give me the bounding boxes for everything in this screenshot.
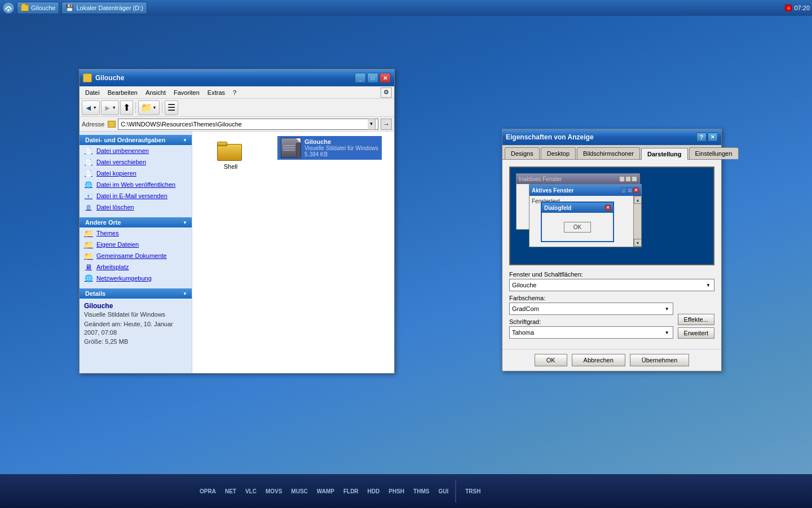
menu-extras[interactable]: Extras (204, 88, 228, 97)
color-select[interactable]: GradCom ▼ (509, 303, 673, 315)
taskbar-button-datentraeger[interactable]: 💾 Lokaler Datenträger (D:) (61, 2, 147, 14)
properties-close-button[interactable]: ✕ (708, 133, 718, 142)
preview-dialog-body: OK (542, 213, 613, 241)
tab-bildschirmschoner[interactable]: Bildschirmschoner (577, 147, 640, 159)
sidebar-item-rename[interactable]: 📄 Datei umbenennen (80, 145, 192, 156)
sidebar-item-move[interactable]: 📄 Datei verschieben (80, 156, 192, 168)
address-input[interactable]: C:\WINDOWS\Resources\Themes\Gilouche ▼ (118, 119, 378, 130)
taskbar-bottom-thms[interactable]: THMS (411, 487, 431, 496)
window-label: Fenster und Schaltflächen: (509, 271, 714, 278)
preview-scrollbar: ▲ ▼ (633, 196, 641, 247)
sidebar-section-other-arrow: ▼ (183, 220, 187, 225)
explorer-sidebar: Datei- und Ordneraufgaben ▼ 📄 Datei umbe… (80, 132, 192, 373)
menu-datei[interactable]: Datei (82, 88, 103, 97)
forward-button[interactable]: ► ▼ (101, 100, 119, 115)
taskbar-bottom-wamp[interactable]: WAMP (315, 487, 337, 496)
preview-inactive-body: Aktives Fenster _ □ ✕ Fenstertext ▲ (517, 184, 639, 229)
taskbar-bottom-fldr[interactable]: FLDR (341, 487, 361, 496)
themes-folder-icon: 📁 (84, 229, 93, 238)
preview-inactive-title: Inaktives Fenster (519, 176, 562, 182)
sidebar-item-themes[interactable]: 📁 Themes (80, 227, 192, 239)
sidebar-item-arbeitsplatz[interactable]: 🖥 Arbeitsplatz (80, 261, 192, 273)
sidebar-item-netzwerk[interactable]: 🌐 Netzwerkumgebung (80, 273, 192, 284)
preview-dialog-close: ✕ (605, 205, 611, 211)
sidebar-item-email-label: Datei in E-Mail versenden (96, 192, 167, 199)
menu-bearbeiten[interactable]: Bearbeiten (104, 88, 141, 97)
address-dropdown-arrow[interactable]: ▼ (368, 119, 376, 130)
sidebar-item-copy[interactable]: 📄 Datei kopieren (80, 168, 192, 179)
taskbar-button-gilouche[interactable]: Gilouche (17, 2, 59, 14)
taskbar-bottom-phsh[interactable]: PHSH (386, 487, 407, 496)
explorer-address-bar: Adresse C:\WINDOWS\Resources\Themes\Gilo… (80, 117, 394, 132)
gilouche-file-icon (281, 138, 301, 158)
tab-einstellungen[interactable]: Einstellungen (689, 147, 739, 159)
folder-button[interactable]: 📁 ▼ (138, 100, 160, 115)
cancel-button[interactable]: Abbrechen (572, 354, 625, 366)
shell-folder-item[interactable]: Shell (197, 136, 264, 172)
properties-close-icon: ✕ (710, 134, 715, 140)
taskbar-bottom-musc[interactable]: MUSC (289, 487, 310, 496)
publish-icon: 🌐 (84, 180, 93, 189)
eigene-dateien-icon: 📁 (84, 240, 93, 249)
gilouche-file-info: Gilouche Visuelle Stildatei für Windows … (304, 138, 378, 157)
maximize-icon: □ (371, 75, 374, 81)
tab-desktop[interactable]: Desktop (541, 147, 576, 159)
menu-ansicht[interactable]: Ansicht (142, 88, 169, 97)
apply-button[interactable]: Übernehmen (630, 354, 690, 366)
taskbar-bottom-movs[interactable]: MOVS (263, 487, 284, 496)
go-button[interactable]: → (381, 119, 392, 130)
effects-button[interactable]: Effekte... (678, 314, 714, 325)
netzwerk-icon: 🌐 (84, 274, 93, 283)
taskbar-bottom: OPRA NET VLC MOVS MUSC WAMP FLDR HDD PHS… (0, 474, 812, 508)
preview-scrollbar-down: ▼ (634, 239, 642, 247)
explorer-close-button[interactable]: ✕ (379, 73, 391, 83)
explorer-minimize-button[interactable]: _ (355, 73, 366, 83)
taskbar-bottom-hdd[interactable]: HDD (365, 487, 382, 496)
advanced-button[interactable]: Erweitert (678, 327, 714, 339)
clock-display: 07:20 (794, 5, 810, 11)
gilouche-file-size: 5.384 KB (304, 151, 378, 157)
sidebar-section-other-places-header[interactable]: Andere Orte ▼ (80, 217, 192, 227)
preview-inactive-controls: _ □ ✕ (619, 176, 637, 182)
taskbar-bottom-gui[interactable]: GUI (436, 487, 451, 496)
svg-point-1 (7, 9, 10, 11)
view-button[interactable]: ☰ (165, 100, 178, 115)
file-explorer-window: Gilouche _ □ ✕ Datei Bearbeiten Ansicht … (79, 69, 395, 374)
preview-active-controls: _ □ ✕ (621, 187, 639, 193)
properties-help-button[interactable]: ? (696, 133, 707, 142)
explorer-maximize-button[interactable]: □ (367, 73, 378, 83)
taskbar-bottom-opra[interactable]: OPRA (197, 487, 218, 496)
menu-help[interactable]: ? (230, 88, 240, 97)
sidebar-item-eigene-dateien[interactable]: 📁 Eigene Dateien (80, 239, 192, 250)
up-button[interactable]: ⬆ (120, 100, 133, 115)
tab-designs[interactable]: Designs (505, 147, 540, 159)
taskbar-bottom-net[interactable]: NET (223, 487, 239, 496)
preview-active-minimize: _ (621, 187, 626, 193)
toolbar-settings-icon[interactable]: ⚙ (381, 87, 392, 98)
sidebar-section-file-tasks-header[interactable]: Datei- und Ordneraufgaben ▼ (80, 135, 192, 145)
gilouche-file-selected-row[interactable]: Gilouche Visuelle Stildatei für Windows … (277, 136, 382, 160)
taskbar-logo[interactable] (2, 2, 15, 14)
preview-dialog-titlebar: Dialogfeld ✕ (542, 203, 613, 213)
sidebar-item-gemeinsame[interactable]: 📁 Gemeinsame Dokumente (80, 250, 192, 261)
back-button[interactable]: ◄ ▼ (82, 100, 100, 115)
sidebar-section-details-header[interactable]: Details ▼ (80, 288, 192, 299)
sidebar-item-delete[interactable]: 🗑 Datei löschen (80, 202, 192, 213)
toolbar-separator-1 (135, 102, 136, 113)
preview-ok-button[interactable]: OK (564, 222, 591, 233)
menu-favoriten[interactable]: Favoriten (170, 88, 203, 97)
sidebar-item-email[interactable]: 📧 Datei in E-Mail versenden (80, 190, 192, 202)
sidebar-item-publish[interactable]: 🌐 Datei im Web veröffentlichen (80, 179, 192, 190)
gilouche-file-item[interactable]: Gilouche Visuelle Stildatei für Windows … (277, 136, 382, 160)
sidebar-section-other-places: Andere Orte ▼ 📁 Themes 📁 Eigene Dateien … (80, 217, 192, 284)
up-arrow-icon: ⬆ (123, 102, 130, 113)
taskbar-bottom-trsh[interactable]: TRSH (465, 488, 480, 494)
taskbar-bottom-vlc[interactable]: VLC (243, 487, 259, 496)
ok-button[interactable]: OK (535, 354, 567, 366)
explorer-menu-bar: Datei Bearbeiten Ansicht Favoriten Extra… (80, 86, 394, 99)
font-select[interactable]: Tahoma ▼ (509, 326, 673, 339)
window-select[interactable]: Gilouche ▼ (509, 279, 714, 291)
tab-darstellung[interactable]: Darstellung (641, 148, 688, 160)
taskbar-close-icon[interactable]: × (785, 5, 792, 11)
move-icon: 📄 (84, 157, 93, 167)
